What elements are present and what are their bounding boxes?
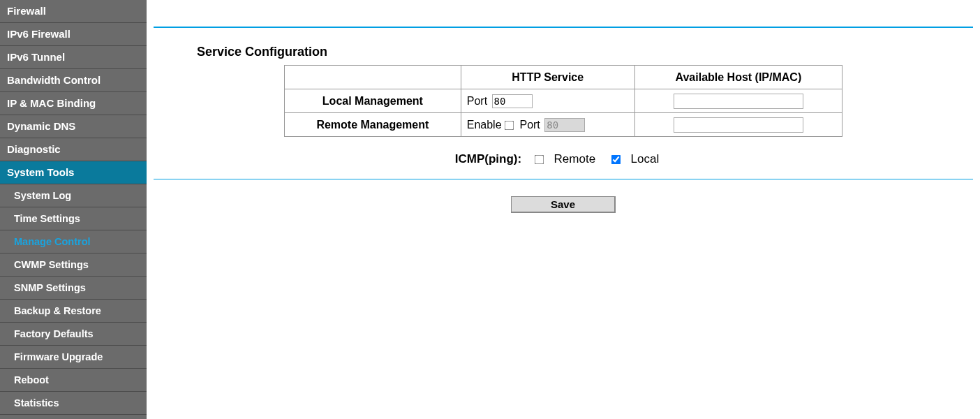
sidebar-subitem-manage-control[interactable]: Manage Control (0, 230, 147, 253)
icmp-remote-label: Remote (554, 152, 596, 166)
sidebar-item-bandwidth-control[interactable]: Bandwidth Control (0, 69, 147, 92)
table-header-host: Available Host (IP/MAC) (634, 66, 842, 89)
row-label-local: Local Management (285, 89, 461, 113)
table-row-local: Local Management Port (285, 89, 842, 113)
sidebar-item-ip-mac-binding[interactable]: IP & MAC Binding (0, 92, 147, 115)
sidebar-item-ipv6-tunnel[interactable]: IPv6 Tunnel (0, 46, 147, 69)
remote-enable-label: Enable (467, 119, 502, 131)
sidebar-subitem-snmp-settings[interactable]: SNMP Settings (0, 277, 147, 300)
remote-host-input[interactable] (674, 117, 803, 133)
sidebar-subitem-reboot[interactable]: Reboot (0, 369, 147, 392)
accent-divider-bottom (154, 179, 973, 179)
sidebar-item-ipv6-firewall[interactable]: IPv6 Firewall (0, 23, 147, 46)
local-port-input[interactable] (492, 94, 533, 108)
icmp-remote-checkbox[interactable] (535, 155, 544, 165)
accent-divider-top (154, 27, 973, 28)
table-header-http: HTTP Service (461, 66, 634, 89)
sidebar-item-diagnostic[interactable]: Diagnostic (0, 138, 147, 161)
sidebar-item-system-tools[interactable]: System Tools (0, 161, 147, 184)
save-button[interactable]: Save (511, 196, 616, 213)
icmp-row: ICMP(ping): Remote Local (154, 152, 973, 166)
section-title: Service Configuration (197, 45, 973, 59)
sidebar-subitem-backup-restore[interactable]: Backup & Restore (0, 300, 147, 323)
icmp-title: ICMP(ping): (455, 152, 521, 166)
remote-port-label: Port (519, 119, 540, 131)
sidebar-subitem-statistics[interactable]: Statistics (0, 392, 147, 415)
local-host-input[interactable] (674, 94, 803, 109)
table-row-remote: Remote Management Enable Port (285, 113, 842, 137)
sidebar-subitem-factory-defaults[interactable]: Factory Defaults (0, 323, 147, 346)
icmp-local-label: Local (631, 152, 660, 166)
content-pane: Service Configuration HTTP Service Avail… (147, 0, 980, 419)
service-config-table: HTTP Service Available Host (IP/MAC) Loc… (284, 65, 842, 137)
remote-enable-checkbox[interactable] (505, 120, 514, 130)
local-port-label: Port (467, 95, 487, 107)
sidebar-subitem-time-settings[interactable]: Time Settings (0, 207, 147, 230)
row-label-remote: Remote Management (285, 113, 461, 137)
table-header-blank (285, 66, 461, 89)
sidebar: FirewallIPv6 FirewallIPv6 TunnelBandwidt… (0, 0, 147, 419)
sidebar-subitem-system-log[interactable]: System Log (0, 184, 147, 207)
sidebar-subitem-firmware-upgrade[interactable]: Firmware Upgrade (0, 346, 147, 369)
sidebar-subitem-cwmp-settings[interactable]: CWMP Settings (0, 253, 147, 277)
icmp-local-checkbox[interactable] (611, 155, 621, 165)
sidebar-item-firewall[interactable]: Firewall (0, 0, 147, 23)
sidebar-item-dynamic-dns[interactable]: Dynamic DNS (0, 115, 147, 138)
remote-port-input[interactable] (544, 118, 585, 132)
